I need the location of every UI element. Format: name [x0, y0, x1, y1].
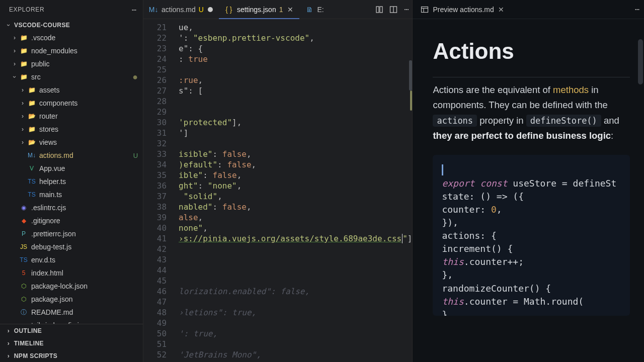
modified-dot-icon: ●	[132, 72, 138, 82]
tree-item-assets[interactable]: ›📁assets	[0, 83, 143, 97]
tree-item-debug-test-js[interactable]: JSdebug-test.js	[0, 240, 143, 253]
code-content[interactable]: ue,': "esbenp.prettier-vscode",e": {: tr…	[174, 19, 412, 362]
workspace-name: VSCODE-COURSE	[14, 22, 70, 29]
file-icon: 📁	[27, 86, 36, 94]
close-icon[interactable]: ✕	[498, 6, 504, 14]
tree-item--vscode[interactable]: ›📁.vscode	[0, 31, 143, 44]
explorer-title: EXPLORER	[9, 6, 44, 13]
chevron-icon: ›	[11, 34, 18, 41]
chevron-icon: ›	[11, 73, 18, 80]
tab-label: actions.md	[162, 6, 196, 14]
sidebar-bottom-panels: › OUTLINE › TIMELINE › NPM SCRIPTS	[0, 324, 143, 362]
outline-panel[interactable]: › OUTLINE	[0, 324, 143, 337]
svg-rect-0	[376, 7, 379, 13]
compare-icon[interactable]	[375, 6, 383, 14]
chevron-icon: ›	[19, 100, 26, 107]
tab-label: E:	[317, 6, 324, 14]
tree-item--prettierrc-json[interactable]: P.prettierrc.json	[0, 227, 143, 240]
tree-item-components[interactable]: ›📁components	[0, 97, 143, 110]
file-icon: 📁	[19, 47, 28, 54]
tree-label: public	[31, 60, 50, 68]
preview-tab[interactable]: Preview actions.md ✕	[418, 0, 507, 19]
preview-tab-bar: Preview actions.md ✕ ···	[413, 0, 644, 19]
tree-label: actions.md	[39, 151, 73, 159]
tab-settings-json[interactable]: { }settings.json1✕	[219, 0, 299, 19]
tree-item-helper-ts[interactable]: TShelper.ts	[0, 175, 143, 188]
chevron-down-icon: ›	[5, 22, 12, 29]
close-icon[interactable]: ✕	[287, 6, 293, 14]
preview-scrollbar[interactable]	[638, 39, 643, 84]
tab-e-[interactable]: 🗎E:	[299, 0, 330, 19]
tree-label: router	[39, 112, 58, 120]
tree-item-node-modules[interactable]: ›📁node_modules	[0, 44, 143, 57]
tree-item-views[interactable]: ›📂views	[0, 136, 143, 149]
file-icon: ⬡	[19, 296, 28, 303]
tree-label: assets	[39, 86, 59, 94]
code-editor[interactable]: 2122232425262728293031323334353637383940…	[143, 19, 412, 362]
file-tree: ›📁.vscode›📁node_modules›📁public›📁src●›📁a…	[0, 31, 143, 324]
tree-item-app-vue[interactable]: VApp.vue	[0, 162, 143, 175]
git-status: U	[133, 152, 138, 159]
tree-label: helper.ts	[39, 177, 66, 186]
actions-code: actions	[433, 115, 477, 127]
file-icon: JS	[19, 243, 28, 250]
tree-item--eslintrc-cjs[interactable]: ◉.eslintrc.cjs	[0, 201, 143, 214]
definestore-code: defineStore()	[526, 115, 601, 127]
file-icon: P	[19, 230, 28, 237]
tab-suffix: U	[199, 6, 204, 14]
tree-item-index-html[interactable]: 5index.html	[0, 266, 143, 280]
tab-actions-md[interactable]: M↓actions.mdU	[143, 0, 219, 19]
workspace-header[interactable]: › VSCODE-COURSE	[0, 19, 143, 31]
preview-heading: Actions	[433, 33, 630, 77]
file-icon: ◉	[19, 204, 28, 211]
file-icon: TS	[19, 256, 28, 263]
preview-body[interactable]: Actions Actions are the equivalent of me…	[413, 19, 644, 362]
timeline-panel[interactable]: › TIMELINE	[0, 337, 143, 349]
line-gutter: 2122232425262728293031323334353637383940…	[143, 19, 174, 362]
tree-label: .prettierrc.json	[31, 230, 76, 238]
methods-link[interactable]: methods	[553, 84, 589, 95]
preview-icon	[421, 6, 429, 14]
tree-item-router[interactable]: ›📂router	[0, 110, 143, 123]
chevron-icon: ›	[19, 126, 26, 133]
file-icon: 📂	[27, 113, 36, 120]
tree-label: .eslintrc.cjs	[31, 204, 66, 212]
tree-label: debug-test.js	[31, 243, 71, 251]
tab-label: settings.json	[237, 6, 276, 14]
svg-rect-4	[422, 7, 428, 12]
tree-item-public[interactable]: ›📁public	[0, 57, 143, 70]
npm-scripts-panel[interactable]: › NPM SCRIPTS	[0, 349, 143, 362]
tree-label: package.json	[31, 295, 73, 303]
markdown-preview-pane: Preview actions.md ✕ ··· Actions Actions…	[412, 0, 644, 362]
preview-codeblock[interactable]: export const useStore = defineSt state: …	[433, 155, 630, 316]
file-icon: 📁	[27, 100, 36, 107]
tree-item-stores[interactable]: ›📁stores	[0, 123, 143, 136]
split-editor-icon[interactable]	[389, 6, 397, 14]
file-icon: 📁	[27, 126, 36, 133]
tree-item-main-ts[interactable]: TSmain.ts	[0, 188, 143, 201]
tree-item-tailwind-config-js[interactable]: ≈tailwind.config.js	[0, 319, 143, 324]
tab-badge: 1	[279, 6, 283, 14]
tree-item-env-d-ts[interactable]: TSenv.d.ts	[0, 253, 143, 266]
tree-label: .vscode	[31, 34, 55, 42]
tree-item-readme-md[interactable]: ⓘREADME.md	[0, 306, 143, 319]
preview-more-icon[interactable]: ···	[634, 4, 639, 15]
minimap[interactable]	[405, 40, 412, 362]
chevron-icon: ›	[11, 47, 18, 54]
tree-label: node_modules	[31, 47, 77, 55]
explorer-more-icon[interactable]: ···	[131, 5, 136, 15]
tree-label: env.d.ts	[31, 256, 55, 264]
tree-item--gitignore[interactable]: ◆.gitignore	[0, 214, 143, 227]
tree-item-actions-md[interactable]: M↓actions.mdU	[0, 149, 143, 162]
dirty-indicator-icon	[208, 7, 213, 12]
tree-item-src[interactable]: ›📁src●	[0, 70, 143, 83]
tree-label: index.html	[31, 269, 63, 277]
tree-item-package-lock-json[interactable]: ⬡package-lock.json	[0, 280, 143, 293]
tree-item-package-json[interactable]: ⬡package.json	[0, 293, 143, 306]
tree-label: package-lock.json	[31, 282, 88, 290]
editor-group: M↓actions.mdU{ }settings.json1✕🗎E: ··· 2…	[143, 0, 412, 362]
file-icon: 5	[19, 269, 28, 277]
file-icon: V	[27, 165, 36, 172]
editor-more-icon[interactable]: ···	[404, 4, 408, 15]
chevron-icon: ›	[19, 139, 26, 146]
